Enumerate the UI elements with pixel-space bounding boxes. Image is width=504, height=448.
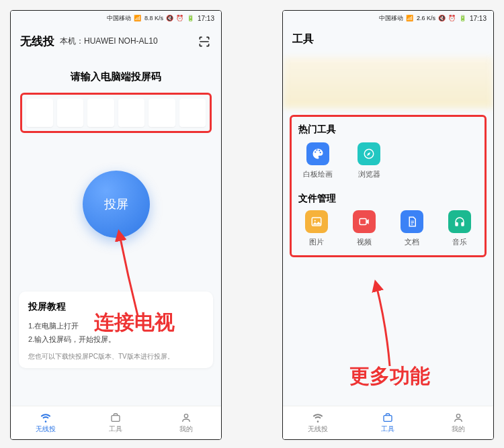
carrier-text: 中国移动 — [107, 14, 131, 23]
tool-browser[interactable]: 浏览器 — [349, 142, 388, 179]
signal-icon: 📶 — [406, 15, 414, 21]
user-icon — [453, 412, 464, 423]
tool-label: 文档 — [405, 237, 419, 247]
file-mgmt-title: 文件管理 — [298, 190, 478, 210]
tutorial-hint: 您也可以下载快投屏PC版本、TV版本进行投屏。 — [28, 352, 204, 361]
nav-label: 无线投 — [36, 424, 56, 434]
tool-label: 图片 — [309, 237, 324, 247]
battery-icon: 🔇 ⏰ 🔋 — [438, 15, 467, 21]
rate-text: 2.6 K/s — [417, 15, 435, 21]
carrier-text: 中国移动 — [379, 14, 403, 23]
hot-tools-title: 热门工具 — [298, 121, 478, 141]
nav-mine[interactable]: 我的 — [423, 406, 493, 439]
code-section: 请输入电脑端投屏码 — [11, 54, 221, 133]
tools-highlight-box: 热门工具 白板绘画 浏览器 文件管理 — [290, 115, 487, 257]
page-title: 无线投 — [20, 34, 54, 49]
tutorial-card: 投屏教程 1.在电脑上打开 2.输入投屏码，开始投屏。 您也可以下载快投屏PC版… — [19, 292, 213, 368]
wifi-icon — [40, 412, 51, 423]
code-digit[interactable] — [87, 99, 114, 127]
code-digit[interactable] — [26, 99, 53, 127]
briefcase-icon — [382, 412, 393, 423]
nav-label: 工具 — [381, 424, 394, 434]
tutorial-line: 2.输入投屏码，开始投屏。 — [28, 333, 204, 347]
rate-text: 8.8 K/s — [144, 15, 163, 21]
bottom-nav: 无线投 工具 我的 — [11, 406, 221, 439]
bottom-nav: 无线投 工具 我的 — [283, 406, 493, 439]
nav-label: 工具 — [109, 424, 122, 434]
page-title: 工具 — [292, 33, 314, 44]
nav-label: 我的 — [179, 424, 193, 434]
svg-point-1 — [184, 414, 187, 417]
device-label: 本机：HUAWEI NOH-AL10 — [60, 36, 158, 47]
nav-tools[interactable]: 工具 — [353, 406, 423, 439]
tool-docs[interactable]: 文档 — [394, 210, 430, 247]
svg-point-4 — [314, 220, 315, 221]
code-digit[interactable] — [57, 99, 84, 127]
nav-mine[interactable]: 我的 — [151, 406, 221, 439]
tool-label: 浏览器 — [358, 169, 380, 179]
nav-label: 无线投 — [308, 424, 328, 434]
tutorial-line: 1.在电脑上打开 — [28, 320, 204, 333]
nav-label: 我的 — [452, 424, 465, 434]
cast-button[interactable]: 投屏 — [83, 171, 150, 238]
tool-label: 音乐 — [452, 237, 467, 247]
status-bar: 中国移动 📶 8.8 K/s 🔇 ⏰ 🔋 17:13 — [11, 11, 221, 26]
svg-rect-7 — [462, 223, 464, 226]
battery-icon: 🔇 ⏰ 🔋 — [166, 15, 195, 21]
code-digit[interactable] — [149, 99, 175, 127]
tutorial-title: 投屏教程 — [28, 301, 204, 313]
page-header: 工具 — [283, 26, 493, 52]
svg-rect-8 — [384, 415, 392, 421]
svg-rect-0 — [112, 415, 120, 421]
clock: 17:13 — [470, 15, 487, 22]
scan-icon[interactable] — [197, 34, 212, 49]
code-prompt: 请输入电脑端投屏码 — [20, 71, 212, 83]
svg-point-9 — [456, 414, 460, 417]
tool-whiteboard[interactable]: 白板绘画 — [298, 142, 337, 179]
page-header: 无线投 本机：HUAWEI NOH-AL10 — [11, 26, 221, 54]
code-digit[interactable] — [179, 99, 206, 127]
phone-right: 中国移动 📶 2.6 K/s 🔇 ⏰ 🔋 17:13 工具 热门工具 白板绘画 … — [282, 10, 494, 440]
svg-rect-6 — [456, 223, 458, 226]
document-icon — [401, 210, 423, 233]
phone-left: 中国移动 📶 8.8 K/s 🔇 ⏰ 🔋 17:13 无线投 本机：HUAWEI… — [10, 10, 222, 440]
hot-tools-grid: 白板绘画 浏览器 — [298, 141, 478, 179]
image-icon — [305, 210, 328, 233]
tool-label: 白板绘画 — [303, 169, 333, 179]
code-digit[interactable] — [118, 99, 145, 127]
wifi-icon — [312, 412, 323, 423]
tool-label: 视频 — [357, 237, 372, 247]
svg-rect-5 — [360, 219, 366, 225]
clock: 17:13 — [198, 15, 214, 22]
tool-videos[interactable]: 视频 — [346, 210, 382, 247]
palette-icon — [306, 142, 329, 165]
video-icon — [353, 210, 376, 233]
status-bar: 中国移动 📶 2.6 K/s 🔇 ⏰ 🔋 17:13 — [283, 11, 493, 26]
code-input-row — [20, 93, 212, 133]
briefcase-icon — [110, 412, 121, 423]
tool-music[interactable]: 音乐 — [442, 210, 478, 247]
user-icon — [181, 412, 192, 423]
tool-pictures[interactable]: 图片 — [298, 210, 334, 247]
headphones-icon — [448, 210, 471, 233]
signal-icon: 📶 — [134, 15, 142, 21]
nav-wireless[interactable]: 无线投 — [11, 406, 81, 439]
compass-icon — [358, 142, 380, 165]
nav-wireless[interactable]: 无线投 — [283, 406, 353, 439]
file-tools-grid: 图片 视频 文档 音乐 — [298, 210, 478, 247]
feature-banner[interactable] — [283, 57, 493, 108]
nav-tools[interactable]: 工具 — [81, 406, 151, 439]
